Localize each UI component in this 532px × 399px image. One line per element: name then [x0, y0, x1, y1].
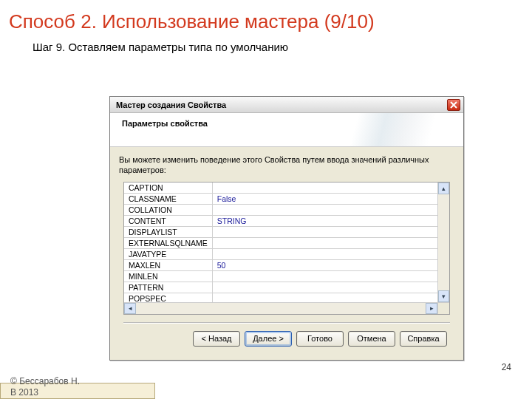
- property-value[interactable]: [212, 238, 437, 249]
- property-name: MAXLEN: [124, 260, 212, 271]
- property-name: MINLEN: [124, 271, 212, 282]
- intro-text: Вы можете изменить поведение этого Свойс…: [119, 154, 454, 176]
- scroll-left-icon[interactable]: ◂: [124, 303, 136, 314]
- property-value[interactable]: [212, 205, 437, 216]
- table-row[interactable]: CONTENTSTRING: [124, 216, 437, 227]
- table-row[interactable]: CLASSNAMEFalse: [124, 194, 437, 205]
- property-value[interactable]: [212, 227, 437, 238]
- property-name: JAVATYPE: [124, 249, 212, 260]
- scroll-up-icon[interactable]: ▴: [438, 183, 449, 194]
- copyright: © Бессарабов Н. В 2013: [10, 376, 80, 398]
- next-button[interactable]: Далее >: [245, 331, 292, 347]
- table-row[interactable]: CAPTION: [124, 183, 437, 194]
- scrollbar-vertical[interactable]: ▴ ▾: [437, 183, 449, 302]
- property-name: CAPTION: [124, 183, 212, 194]
- cancel-button[interactable]: Отмена: [348, 331, 395, 347]
- page-number: 24: [502, 362, 511, 372]
- dialog-body: Вы можете изменить поведение этого Свойс…: [110, 147, 463, 360]
- window-title: Мастер создания Свойства: [116, 100, 226, 109]
- property-value[interactable]: 50: [212, 260, 437, 271]
- table-row[interactable]: JAVATYPE: [124, 249, 437, 260]
- property-value[interactable]: [212, 282, 437, 293]
- separator: [123, 322, 450, 324]
- property-name: COLLATION: [124, 205, 212, 216]
- copyright-line2: В 2013: [10, 387, 38, 398]
- scrollbar-horizontal[interactable]: ◂ ▸: [124, 302, 437, 314]
- scroll-right-icon[interactable]: ▸: [426, 303, 437, 314]
- table-row[interactable]: MAXLEN50: [124, 260, 437, 271]
- property-value[interactable]: STRING: [212, 216, 437, 227]
- property-value[interactable]: False: [212, 194, 437, 205]
- scroll-down-icon[interactable]: ▾: [438, 290, 449, 302]
- scroll-corner: [437, 302, 449, 314]
- step-caption: Шаг 9. Оставляем параметры типа по умолч…: [0, 36, 532, 61]
- table-row[interactable]: COLLATION: [124, 205, 437, 216]
- close-button[interactable]: [447, 99, 460, 111]
- title-bar: Мастер создания Свойства: [110, 97, 463, 113]
- table-row[interactable]: EXTERNALSQLNAME: [124, 238, 437, 249]
- help-button[interactable]: Справка: [400, 331, 447, 347]
- property-name: CLASSNAME: [124, 194, 212, 205]
- copyright-line1: © Бессарабов Н.: [10, 376, 80, 386]
- button-row: < Назад Далее > Готово Отмена Справка: [119, 328, 454, 355]
- banner: Параметры свойства: [110, 113, 463, 147]
- table-row[interactable]: PATTERN: [124, 282, 437, 293]
- property-value[interactable]: [212, 249, 437, 260]
- banner-decoration: [330, 113, 463, 146]
- property-name: CONTENT: [124, 216, 212, 227]
- property-name: DISPLAYLIST: [124, 227, 212, 238]
- table-row[interactable]: DISPLAYLIST: [124, 227, 437, 238]
- property-name: EXTERNALSQLNAME: [124, 238, 212, 249]
- table-row[interactable]: MINLEN: [124, 271, 437, 282]
- close-icon: [450, 101, 457, 109]
- back-button[interactable]: < Назад: [193, 331, 240, 347]
- property-value[interactable]: [212, 271, 437, 282]
- slide-title: Способ 2. Использование мастера (9/10): [0, 0, 532, 36]
- property-name: PATTERN: [124, 282, 212, 293]
- property-table[interactable]: CAPTIONCLASSNAMEFalseCOLLATIONCONTENTSTR…: [123, 182, 450, 315]
- wizard-dialog: Мастер создания Свойства Параметры свойс…: [109, 96, 464, 361]
- property-value[interactable]: [212, 183, 437, 194]
- finish-button[interactable]: Готово: [296, 331, 344, 347]
